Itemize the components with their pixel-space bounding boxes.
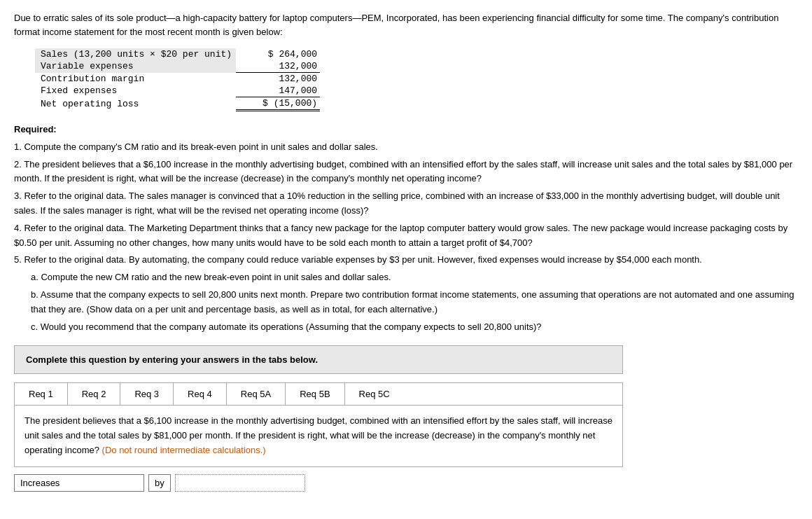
income-statement-table: Sales (13,200 units × $20 per unit)$ 264…: [35, 48, 798, 111]
required-heading: Required:: [14, 124, 57, 134]
tab-req5c[interactable]: Req 5C: [345, 383, 404, 405]
tab-content-area: The president believes that a $6,100 inc…: [14, 405, 623, 466]
income-value: 132,000: [236, 73, 320, 85]
intro-paragraph: Due to erratic sales of its sole product…: [14, 11, 798, 39]
complete-box: Complete this question by entering your …: [14, 345, 623, 374]
increases-decreases-input[interactable]: [14, 474, 144, 492]
tabs-container: Req 1Req 2Req 3Req 4Req 5AReq 5BReq 5C T…: [14, 382, 623, 466]
income-value: 132,000: [236, 60, 320, 73]
tab-req2[interactable]: Req 2: [68, 383, 121, 405]
amount-input[interactable]: [175, 474, 305, 492]
required-item: 1. Compute the company's CM ratio and it…: [14, 140, 798, 155]
income-label: Contribution margin: [35, 73, 236, 85]
required-item: 5. Refer to the original data. By automa…: [14, 253, 798, 268]
tab-req5b[interactable]: Req 5B: [286, 383, 344, 405]
tabs-row: Req 1Req 2Req 3Req 4Req 5AReq 5BReq 5C: [14, 382, 623, 405]
required-sub-item: a. Compute the new CM ratio and the new …: [14, 270, 798, 285]
income-value: 147,000: [236, 85, 320, 97]
income-label: Fixed expenses: [35, 85, 236, 97]
required-item: 4. Refer to the original data. The Marke…: [14, 221, 798, 251]
income-value: $ 264,000: [236, 48, 320, 60]
tab-req3[interactable]: Req 3: [120, 383, 174, 405]
income-label: Sales (13,200 units × $20 per unit): [35, 48, 236, 60]
income-label: Variable expenses: [35, 60, 236, 73]
required-sub-item: c. Would you recommend that the company …: [14, 320, 798, 335]
tab-req4[interactable]: Req 4: [174, 383, 227, 405]
income-label: Net operating loss: [35, 97, 236, 111]
answer-row: by: [14, 474, 798, 492]
tab-req5a[interactable]: Req 5A: [227, 383, 286, 405]
by-label: by: [148, 474, 171, 492]
orange-note: (Do not round intermediate calculations.…: [102, 445, 266, 455]
tab-req1[interactable]: Req 1: [15, 383, 68, 405]
required-item: 3. Refer to the original data. The sales…: [14, 189, 798, 219]
required-item: 2. The president believes that a $6,100 …: [14, 158, 798, 187]
required-section: Required: 1. Compute the company's CM ra…: [14, 123, 798, 334]
tab-content-text: The president believes that a $6,100 inc…: [24, 414, 612, 457]
required-sub-item: b. Assume that the company expects to se…: [14, 288, 798, 317]
income-value: $ (15,000): [236, 97, 320, 111]
